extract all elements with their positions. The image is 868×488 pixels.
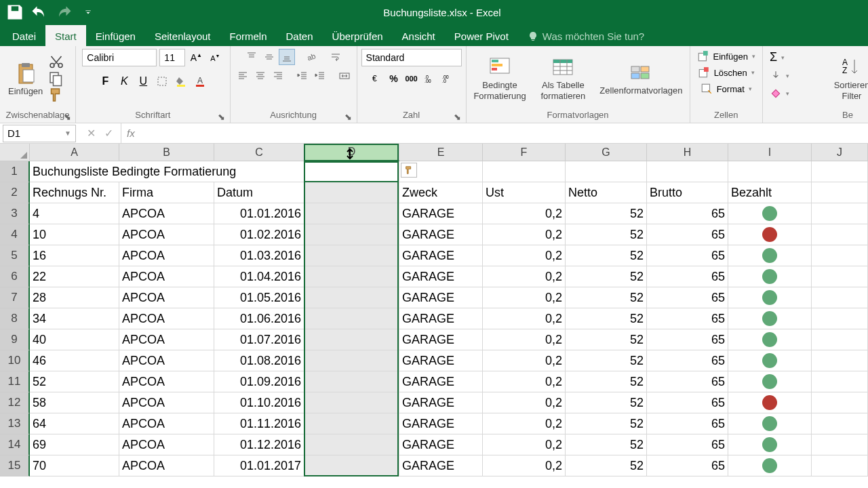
- format-as-table-button[interactable]: Als Tabelle formatieren: [537, 54, 589, 102]
- cell[interactable]: 0,2: [483, 392, 566, 413]
- cell[interactable]: APCOA: [119, 308, 214, 329]
- wrap-text-button[interactable]: [328, 49, 344, 65]
- cell[interactable]: 0,2: [483, 224, 566, 245]
- cell[interactable]: 28: [30, 287, 119, 308]
- number-dialog-launcher[interactable]: ⬊: [454, 112, 462, 120]
- cell[interactable]: 01.03.2016: [214, 245, 304, 266]
- cancel-formula-button[interactable]: ✕: [84, 127, 98, 140]
- cell[interactable]: [728, 308, 812, 329]
- cell[interactable]: 0,2: [483, 287, 566, 308]
- cell[interactable]: 0,2: [483, 455, 566, 476]
- paste-button[interactable]: Einfügen: [4, 60, 47, 98]
- copy-button[interactable]: [48, 72, 64, 85]
- cell[interactable]: 01.07.2016: [214, 329, 304, 350]
- cell[interactable]: 65: [647, 203, 728, 224]
- cell[interactable]: APCOA: [119, 224, 214, 245]
- name-box[interactable]: D1▼: [3, 125, 76, 142]
- cell[interactable]: 65: [647, 308, 728, 329]
- cell[interactable]: Zweck: [399, 182, 483, 203]
- cell[interactable]: 01.12.2016: [214, 434, 304, 455]
- cell[interactable]: [728, 350, 812, 371]
- cell[interactable]: [812, 434, 868, 455]
- cell[interactable]: Brutto: [647, 182, 728, 203]
- column-header-H[interactable]: H: [647, 144, 728, 161]
- increase-decimal-button[interactable]: .0.00: [421, 70, 437, 87]
- font-dialog-launcher[interactable]: ⬊: [218, 112, 226, 120]
- accounting-format-button[interactable]: €: [368, 70, 384, 87]
- column-header-D[interactable]: D: [304, 144, 399, 161]
- enter-formula-button[interactable]: ✓: [102, 127, 115, 140]
- column-header-A[interactable]: A: [30, 144, 119, 161]
- cell[interactable]: Buchungsliste Bedingte Formatierung: [30, 161, 304, 182]
- cell[interactable]: 52: [566, 434, 647, 455]
- cell[interactable]: 0,2: [483, 413, 566, 434]
- cell[interactable]: 0,2: [483, 434, 566, 455]
- cell[interactable]: 01.05.2016: [214, 287, 304, 308]
- cell[interactable]: 52: [566, 224, 647, 245]
- cell[interactable]: [304, 308, 399, 329]
- cell-styles-button[interactable]: Zellenformatvorlagen: [597, 60, 685, 98]
- cell[interactable]: [812, 266, 868, 287]
- align-bottom-button[interactable]: [279, 49, 295, 65]
- merge-button[interactable]: [336, 68, 353, 84]
- cell[interactable]: 01.01.2016: [214, 203, 304, 224]
- row-header-1[interactable]: 1: [0, 161, 30, 182]
- cell[interactable]: GARAGE: [399, 434, 483, 455]
- column-header-J[interactable]: J: [812, 144, 868, 161]
- cell[interactable]: [812, 392, 868, 413]
- cell[interactable]: [304, 245, 399, 266]
- cell[interactable]: [812, 161, 868, 182]
- cell[interactable]: [728, 224, 812, 245]
- cell[interactable]: GARAGE: [399, 455, 483, 476]
- bold-button[interactable]: F: [97, 73, 113, 89]
- cell[interactable]: 01.06.2016: [214, 308, 304, 329]
- row-header-12[interactable]: 12: [0, 392, 30, 413]
- cell[interactable]: 0,2: [483, 245, 566, 266]
- font-size-combo[interactable]: [159, 49, 185, 66]
- cell[interactable]: [812, 287, 868, 308]
- cell[interactable]: 22: [30, 266, 119, 287]
- cell[interactable]: [728, 203, 812, 224]
- cell[interactable]: [812, 413, 868, 434]
- cell[interactable]: 65: [647, 413, 728, 434]
- column-header-F[interactable]: F: [483, 144, 566, 161]
- insert-options-smarttag[interactable]: [401, 163, 417, 178]
- tab-data[interactable]: Daten: [277, 25, 323, 46]
- cell[interactable]: 65: [647, 245, 728, 266]
- row-header-8[interactable]: 8: [0, 308, 30, 329]
- italic-button[interactable]: K: [116, 73, 132, 89]
- cell[interactable]: 52: [566, 203, 647, 224]
- undo-icon[interactable]: [30, 3, 49, 22]
- column-header-I[interactable]: I: [728, 144, 812, 161]
- cell[interactable]: 70: [30, 455, 119, 476]
- conditional-formatting-button[interactable]: Bedingte Formatierung: [471, 54, 530, 102]
- cell[interactable]: [728, 392, 812, 413]
- cell[interactable]: 65: [647, 371, 728, 392]
- cell[interactable]: 52: [566, 266, 647, 287]
- cell[interactable]: 52: [566, 245, 647, 266]
- row-header-6[interactable]: 6: [0, 266, 30, 287]
- cell[interactable]: APCOA: [119, 350, 214, 371]
- cell[interactable]: [728, 287, 812, 308]
- orientation-button[interactable]: ab: [303, 49, 319, 65]
- underline-button[interactable]: U: [135, 73, 151, 89]
- cell[interactable]: 4: [30, 203, 119, 224]
- cell[interactable]: 52: [566, 455, 647, 476]
- tell-me-search[interactable]: Was möchten Sie tun?: [518, 26, 654, 46]
- column-header-E[interactable]: E: [399, 144, 483, 161]
- cell[interactable]: [728, 371, 812, 392]
- tab-formulas[interactable]: Formeln: [220, 25, 277, 46]
- tab-insert[interactable]: Einfügen: [86, 25, 145, 46]
- redo-icon[interactable]: [54, 3, 73, 22]
- font-name-combo[interactable]: [82, 49, 157, 66]
- cell[interactable]: 40: [30, 329, 119, 350]
- cell[interactable]: [812, 203, 868, 224]
- cell[interactable]: APCOA: [119, 287, 214, 308]
- cell[interactable]: [304, 350, 399, 371]
- cell[interactable]: [728, 161, 812, 182]
- cell[interactable]: APCOA: [119, 392, 214, 413]
- select-all-corner[interactable]: [0, 144, 30, 161]
- cell[interactable]: 58: [30, 392, 119, 413]
- cell[interactable]: [304, 266, 399, 287]
- cell[interactable]: 65: [647, 350, 728, 371]
